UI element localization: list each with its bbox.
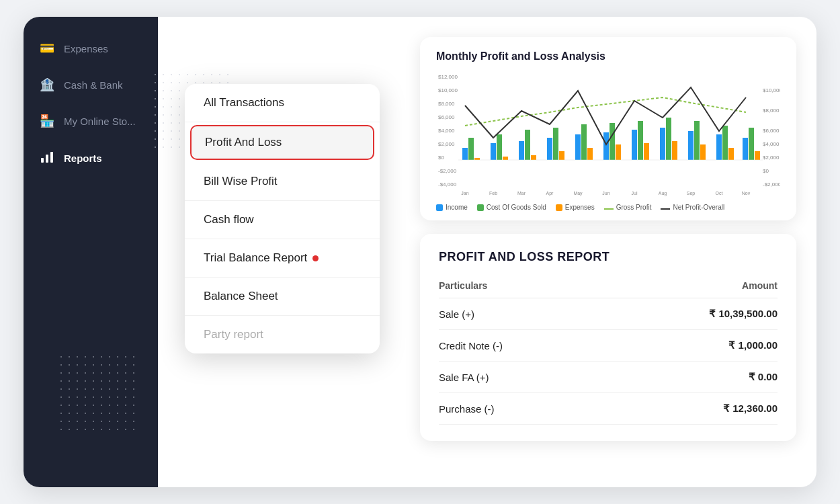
svg-text:$0: $0 xyxy=(438,155,444,161)
expenses-label: Expenses xyxy=(565,204,595,211)
row-amount-credit-note: ₹ 1,000.00 xyxy=(602,330,778,362)
svg-text:$2,000: $2,000 xyxy=(438,141,455,147)
svg-text:$6,000: $6,000 xyxy=(763,128,780,134)
sidebar-label-expenses: Expenses xyxy=(64,43,108,54)
svg-rect-21 xyxy=(474,158,480,160)
chart-card: Monthly Profit and Loss Analysis $12,000… xyxy=(420,37,796,220)
svg-rect-26 xyxy=(525,130,530,160)
svg-rect-36 xyxy=(616,144,621,160)
svg-rect-2 xyxy=(50,152,53,163)
net-profit-label: Net Profit-Overall xyxy=(673,204,724,211)
chart-title: Monthly Profit and Loss Analysis xyxy=(436,50,780,62)
svg-rect-25 xyxy=(519,141,524,160)
col-header-particulars: Particulars xyxy=(439,275,602,298)
svg-text:Apr: Apr xyxy=(546,191,554,196)
svg-rect-19 xyxy=(462,148,468,160)
svg-rect-32 xyxy=(581,124,587,160)
menu-item-cash-flow[interactable]: Cash flow xyxy=(185,201,380,239)
svg-rect-39 xyxy=(644,143,649,160)
svg-text:Nov: Nov xyxy=(742,191,751,196)
svg-rect-44 xyxy=(694,121,700,160)
table-row: Sale FA (+) ₹ 0.00 xyxy=(439,362,778,393)
svg-text:-$2,000: -$2,000 xyxy=(763,181,780,187)
report-card: PROFIT AND LOSS REPORT Particulars Amoun… xyxy=(420,234,796,441)
row-amount-sale-fa: ₹ 0.00 xyxy=(602,362,778,393)
row-amount-purchase: ₹ 12,360.00 xyxy=(602,393,778,425)
svg-rect-40 xyxy=(660,128,665,160)
svg-rect-28 xyxy=(547,138,552,160)
svg-text:-$4,000: -$4,000 xyxy=(438,181,457,187)
dots-decoration-2 xyxy=(57,353,138,433)
svg-rect-38 xyxy=(638,121,643,160)
svg-text:$8,000: $8,000 xyxy=(763,108,780,114)
svg-text:Mar: Mar xyxy=(517,191,526,196)
sidebar-item-cash-bank[interactable]: 🏦 Cash & Bank xyxy=(24,67,158,103)
cash-bank-icon: 🏦 xyxy=(40,77,54,92)
sidebar-label-online-store: My Online Sto... xyxy=(64,116,136,127)
svg-text:Sep: Sep xyxy=(687,191,696,196)
income-dot xyxy=(436,204,443,211)
net-profit-line xyxy=(661,208,670,210)
svg-rect-0 xyxy=(41,158,44,163)
chart-legend: Income Cost Of Goods Sold Expenses Gross… xyxy=(436,204,780,211)
svg-rect-50 xyxy=(749,128,754,160)
menu-item-balance-sheet[interactable]: Balance Sheet xyxy=(185,278,380,316)
menu-item-party-report[interactable]: Party report xyxy=(185,316,380,353)
svg-rect-43 xyxy=(688,131,694,160)
svg-text:May: May xyxy=(573,191,583,196)
svg-text:$8,000: $8,000 xyxy=(438,101,455,107)
cogs-dot xyxy=(477,204,484,211)
svg-rect-51 xyxy=(755,151,760,160)
svg-rect-46 xyxy=(716,134,722,160)
cogs-label: Cost Of Goods Sold xyxy=(487,204,546,211)
menu-item-profit-loss[interactable]: Profit And Loss xyxy=(190,125,374,160)
svg-text:Jan: Jan xyxy=(461,191,468,196)
svg-text:Jun: Jun xyxy=(602,191,610,196)
main-container: 💳 Expenses 🏦 Cash & Bank 🏪 My Online Sto… xyxy=(24,17,816,487)
svg-rect-47 xyxy=(722,126,728,160)
menu-item-bill-wise-profit[interactable]: Bill Wise Profit xyxy=(185,163,380,201)
legend-expenses: Expenses xyxy=(556,204,595,211)
right-panel: Monthly Profit and Loss Analysis $12,000… xyxy=(420,37,796,441)
menu-item-all-transactions[interactable]: All Transactions xyxy=(185,84,380,122)
legend-gross-profit: Gross Profit xyxy=(604,204,652,211)
income-label: Income xyxy=(446,204,468,211)
svg-text:-$2,000: -$2,000 xyxy=(438,168,457,174)
sidebar-item-online-store[interactable]: 🏪 My Online Sto... xyxy=(24,103,158,139)
svg-text:Aug: Aug xyxy=(659,191,667,196)
trial-balance-label: Trial Balance Report xyxy=(204,251,307,265)
svg-rect-41 xyxy=(666,118,671,160)
svg-rect-48 xyxy=(728,148,734,160)
table-row: Sale (+) ₹ 10,39,500.00 xyxy=(439,298,778,330)
svg-rect-49 xyxy=(743,138,748,160)
svg-text:$4,000: $4,000 xyxy=(763,141,780,147)
row-label-credit-note: Credit Note (-) xyxy=(439,330,602,362)
gross-profit-label: Gross Profit xyxy=(616,204,652,211)
menu-item-trial-balance[interactable]: Trial Balance Report xyxy=(185,239,380,278)
svg-text:Jul: Jul xyxy=(632,191,638,196)
reports-icon xyxy=(40,150,54,167)
svg-rect-1 xyxy=(46,155,48,163)
chart-area: $12,000 $10,000 $8,000 $6,000 $4,000 $2,… xyxy=(436,71,780,198)
row-label-sale-fa: Sale FA (+) xyxy=(439,362,602,393)
svg-text:$10,000: $10,000 xyxy=(438,87,458,93)
svg-rect-20 xyxy=(468,138,474,160)
svg-text:$4,000: $4,000 xyxy=(438,128,455,134)
sidebar-label-reports: Reports xyxy=(64,153,102,164)
dropdown-menu: All Transactions Profit And Loss Bill Wi… xyxy=(185,84,380,353)
svg-rect-29 xyxy=(553,128,558,160)
svg-rect-45 xyxy=(700,144,706,160)
table-row: Purchase (-) ₹ 12,360.00 xyxy=(439,393,778,425)
sidebar-item-expenses[interactable]: 💳 Expenses xyxy=(24,30,158,67)
sidebar-label-cash-bank: Cash & Bank xyxy=(64,79,123,91)
row-label-purchase: Purchase (-) xyxy=(439,393,602,425)
svg-text:$6,000: $6,000 xyxy=(438,114,455,120)
legend-income: Income xyxy=(436,204,468,211)
svg-text:$0: $0 xyxy=(763,168,769,174)
online-store-icon: 🏪 xyxy=(40,114,54,128)
table-row: Credit Note (-) ₹ 1,000.00 xyxy=(439,330,778,362)
sidebar-item-reports[interactable]: Reports xyxy=(24,139,158,177)
svg-rect-35 xyxy=(610,123,615,160)
report-table: Particulars Amount Sale (+) ₹ 10,39,500.… xyxy=(439,275,778,425)
expenses-icon: 💳 xyxy=(40,41,54,56)
